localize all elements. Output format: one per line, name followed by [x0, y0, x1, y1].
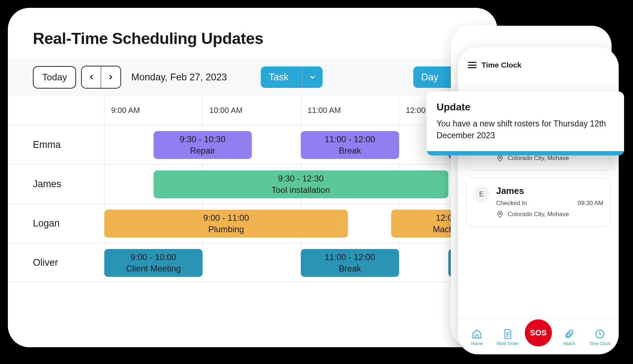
phone-tabbar: Home Work Order SOS Attach Time Clock [458, 319, 619, 354]
tab-attach-label: Attach [563, 341, 575, 346]
schedule-event[interactable]: 9:00 - 11:00Plumbing [104, 210, 348, 238]
sos-button[interactable]: SOS [525, 319, 552, 346]
schedule-grid: 9:00 AM10:00 AM11:00 AM12:00 PM Emma9:30… [8, 96, 497, 283]
events-area: 9:30 - 12:30Tool installation [104, 165, 497, 204]
schedule-event[interactable]: 9:30 - 12:30Tool installation [154, 170, 448, 198]
worker-name: James [496, 186, 603, 196]
worker-name: James [8, 179, 104, 190]
worker-card[interactable]: E James Checked In 09:30 AM Colorado Cit… [466, 178, 611, 226]
schedule-event[interactable]: 9:30 - 10:30Repair [154, 131, 252, 159]
svg-point-1 [499, 213, 501, 215]
svg-point-0 [499, 157, 501, 159]
tab-work-order-label: Work Order [497, 341, 519, 346]
toast-title: Update [437, 101, 614, 113]
events-area: 9:00 - 11:00Plumbing12:0Machi [104, 204, 497, 243]
phone-header: Time Clock [458, 47, 619, 76]
tab-attach[interactable]: Attach [555, 328, 583, 346]
schedule-row: Emma9:30 - 10:30Repair11:00 - 12:00Break [8, 125, 497, 165]
tab-work-order[interactable]: Work Order [494, 328, 521, 346]
events-area: 9:00 - 10:00Client Meeting11:00 - 12:00B… [104, 243, 497, 282]
worker-name: Oliver [8, 257, 104, 268]
scheduling-card: Real-Time Scheduling Updates Today Monda… [8, 8, 497, 347]
page-title: Real-Time Scheduling Updates [8, 29, 497, 59]
toast-accent-bar [427, 151, 624, 155]
phone-header-title: Time Clock [482, 61, 522, 69]
home-icon [471, 328, 483, 340]
chevron-left-icon [88, 72, 95, 82]
schedule-row: Logan9:00 - 11:00Plumbing12:0Machi [8, 204, 497, 243]
schedule-row: James9:30 - 12:30Tool installation [8, 165, 497, 204]
document-icon [502, 328, 513, 340]
time-header: 10:00 AM [203, 96, 301, 125]
current-date-label: Monday, Feb 27, 2023 [131, 72, 227, 83]
location-icon [496, 210, 504, 218]
update-toast[interactable]: Update You have a new shift rosters for … [427, 91, 624, 155]
paperclip-icon [563, 328, 575, 340]
date-nav-group [81, 66, 121, 89]
today-button[interactable]: Today [33, 66, 76, 89]
next-day-button[interactable] [101, 66, 120, 88]
day-select-label: Day [413, 72, 446, 83]
prev-day-button[interactable] [82, 66, 101, 88]
chevron-down-icon [302, 66, 323, 88]
time-header: 9:00 AM [104, 96, 203, 125]
worker-status: Checked In [496, 200, 527, 207]
schedule-event[interactable]: 11:00 - 12:00Break [301, 131, 399, 159]
worker-name: Emma [8, 139, 104, 150]
location-icon [496, 154, 504, 162]
schedule-event[interactable]: 11:00 - 12:00Break [301, 249, 399, 277]
clock-icon [594, 328, 605, 340]
worker-name: Logan [8, 218, 104, 229]
time-header: 11:00 AM [301, 96, 399, 125]
avatar: E [473, 186, 490, 202]
worker-location: Colorado City, Mohave [508, 155, 569, 162]
worker-location: Colorado City, Mohave [508, 211, 569, 218]
time-header-row: 9:00 AM10:00 AM11:00 AM12:00 PM [8, 96, 497, 125]
schedule-event[interactable]: 9:00 - 10:00Client Meeting [104, 249, 203, 277]
worker-checkin-time: 09:30 AM [578, 200, 603, 207]
tab-time-clock[interactable]: Time Clock [586, 328, 613, 346]
tab-home-label: Home [471, 341, 483, 346]
task-select-label: Task [261, 72, 296, 83]
toolbar: Today Monday, Feb 27, 2023 Task Day [8, 59, 497, 96]
chevron-right-icon [107, 72, 114, 82]
tab-home[interactable]: Home [463, 328, 490, 346]
menu-icon[interactable] [468, 62, 477, 68]
schedule-row: Oliver9:00 - 10:00Client Meeting11:00 - … [8, 243, 497, 283]
tab-time-clock-label: Time Clock [589, 341, 610, 346]
toast-body: You have a new shift rosters for Thursda… [437, 118, 614, 142]
task-select-dropdown[interactable]: Task [261, 66, 323, 88]
